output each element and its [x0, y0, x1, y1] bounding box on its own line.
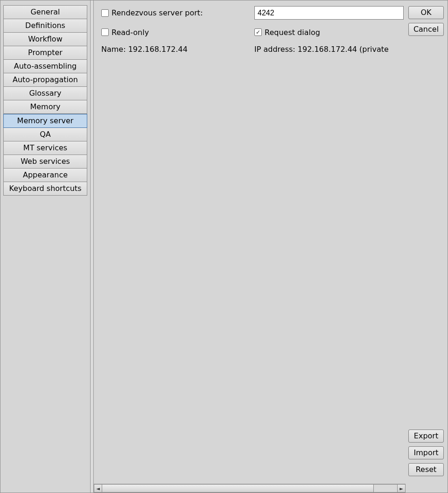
button-label: Export [414, 431, 438, 440]
sidebar-item-prompter[interactable]: Prompter [3, 46, 87, 60]
read-only-label: Read-only [112, 28, 149, 37]
sidebar-item-label: Auto-assembling [14, 62, 77, 70]
main-panel: Rendezvous server port: Read-only Reques… [94, 0, 448, 493]
sidebar-item-label: QA [40, 130, 51, 139]
sidebar-item-memory[interactable]: Memory [3, 100, 87, 114]
rendezvous-port-label: Rendezvous server port: [112, 8, 203, 17]
request-dialog-checkbox[interactable] [254, 28, 262, 36]
scrollbar-thumb[interactable] [102, 485, 374, 492]
sidebar-item-label: Memory server [17, 116, 74, 125]
right-button-column: OK Cancel Export Import Reset [406, 0, 448, 484]
reset-button[interactable]: Reset [408, 463, 444, 476]
sidebar-item-appearance[interactable]: Appearance [3, 169, 87, 182]
button-label: Reset [416, 465, 437, 474]
sidebar-item-general[interactable]: General [3, 5, 87, 19]
content-scroll-area: Rendezvous server port: Read-only Reques… [94, 0, 406, 484]
sidebar-item-keyboard-shortcuts[interactable]: Keyboard shortcuts [3, 182, 87, 196]
ok-button[interactable]: OK [408, 6, 444, 19]
sidebar-item-qa[interactable]: QA [3, 128, 87, 141]
sidebar-item-label: Memory [30, 102, 60, 111]
sidebar-item-label: Web services [21, 157, 70, 166]
sidebar-item-label: Definitions [25, 21, 65, 30]
horizontal-scrollbar[interactable]: ◄ ► [94, 484, 406, 493]
scroll-left-arrow-icon[interactable]: ◄ [94, 484, 102, 493]
sidebar-item-label: Glossary [29, 89, 61, 98]
sidebar-item-label: Appearance [23, 170, 68, 179]
sidebar-item-web-services[interactable]: Web services [3, 155, 87, 169]
import-button[interactable]: Import [408, 446, 444, 459]
sidebar-item-label: General [30, 7, 60, 16]
sidebar-item-workflow[interactable]: Workflow [3, 33, 87, 46]
sidebar-item-glossary[interactable]: Glossary [3, 87, 87, 100]
sidebar-item-auto-propagation[interactable]: Auto-propagation [3, 73, 87, 87]
sidebar-item-definitions[interactable]: Definitions [3, 19, 87, 33]
sidebar-item-memory-server[interactable]: Memory server [3, 114, 87, 128]
cancel-button[interactable]: Cancel [408, 23, 444, 36]
vertical-divider[interactable] [90, 0, 94, 493]
ip-address-text: IP address: 192.168.172.44 (private [254, 45, 404, 54]
sidebar-item-label: Workflow [28, 35, 62, 43]
button-label: Cancel [413, 25, 439, 34]
sidebar-item-auto-assembling[interactable]: Auto-assembling [3, 60, 87, 73]
button-label: Import [413, 448, 438, 457]
scroll-right-arrow-icon[interactable]: ► [397, 484, 406, 493]
scrollbar-track[interactable] [102, 484, 397, 493]
rendezvous-port-input[interactable] [254, 6, 404, 20]
button-label: OK [420, 8, 431, 17]
rendezvous-port-checkbox[interactable] [101, 9, 109, 17]
sidebar-item-label: Prompter [28, 48, 63, 57]
export-button[interactable]: Export [408, 430, 444, 443]
name-text: Name: 192.168.172.44 [101, 45, 251, 54]
sidebar-item-mt-services[interactable]: MT services [3, 141, 87, 155]
request-dialog-label: Request dialog [265, 28, 320, 37]
category-sidebar: General Definitions Workflow Prompter Au… [0, 0, 90, 493]
preferences-dialog: General Definitions Workflow Prompter Au… [0, 0, 448, 493]
sidebar-item-label: Auto-propagation [13, 75, 78, 84]
sidebar-item-label: MT services [23, 143, 67, 152]
sidebar-item-label: Keyboard shortcuts [9, 184, 82, 193]
read-only-checkbox[interactable] [101, 28, 109, 36]
